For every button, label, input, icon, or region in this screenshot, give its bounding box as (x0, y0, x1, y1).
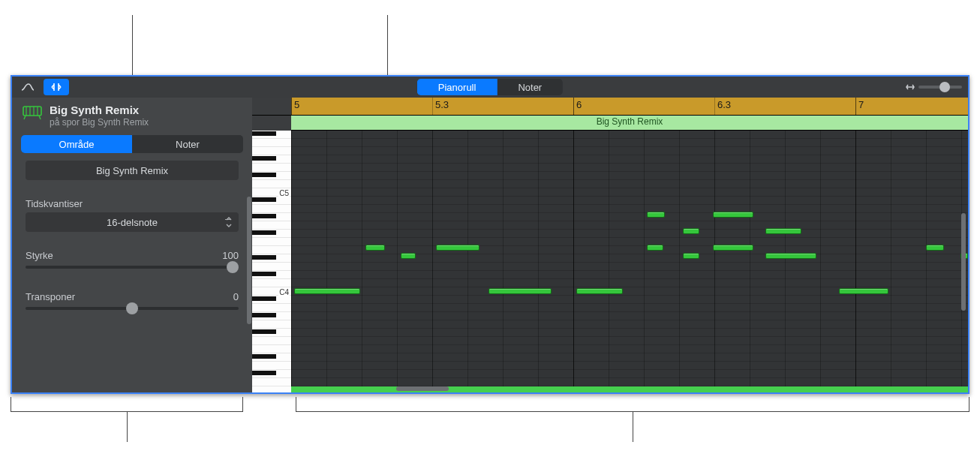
vertical-scrollbar-thumb[interactable] (961, 213, 966, 311)
region-strip-track[interactable]: Big Synth Remix (291, 116, 968, 131)
midi-note[interactable] (365, 245, 385, 251)
svg-line-6 (39, 116, 41, 119)
horizontal-zoom-control[interactable] (905, 82, 962, 92)
piano-roll-editor: Pianorull Noter (11, 75, 969, 394)
region-title: Big Synth Remix (50, 104, 149, 116)
octave-label: C5 (278, 189, 290, 197)
zoom-slider-thumb[interactable] (939, 82, 950, 92)
region-name-field[interactable]: Big Synth Remix (26, 161, 239, 180)
midi-note[interactable] (683, 253, 699, 259)
inspector-scrollbar-thumb[interactable] (247, 197, 251, 324)
ruler-label: 5 (294, 99, 299, 110)
inspector-scrollbar[interactable] (246, 107, 252, 383)
midi-note[interactable] (488, 288, 552, 294)
strength-label: Styrke (26, 250, 53, 261)
inspector-tab-region[interactable]: Område (21, 135, 132, 153)
tab-pianorull[interactable]: Pianorull (417, 79, 498, 95)
ruler-label: 6 (576, 99, 582, 110)
midi-region-icon (23, 104, 42, 120)
time-ruler[interactable]: 55.366.37 (252, 98, 968, 116)
quantize-select[interactable]: 16-delsnote (26, 212, 239, 232)
ruler-label: 6.3 (717, 99, 731, 110)
midi-note[interactable] (401, 253, 416, 259)
ruler-label: 5.3 (435, 99, 449, 110)
transpose-slider-thumb[interactable] (126, 302, 138, 314)
vertical-scrollbar[interactable] (960, 161, 966, 377)
midi-note[interactable] (683, 228, 699, 234)
midi-note[interactable] (713, 245, 753, 251)
region-strip: Big Synth Remix (252, 116, 968, 131)
ruler-label: 7 (858, 99, 864, 110)
midi-note[interactable] (765, 253, 816, 259)
region-header: Big Synth Remix på spor Big Synth Remix (12, 98, 252, 132)
zoom-horizontal-icon (905, 82, 915, 92)
transpose-label: Transponer (26, 291, 75, 302)
editor-top-bar: Pianorull Noter (12, 77, 968, 98)
zoom-slider-track[interactable] (918, 86, 962, 89)
strength-slider-thumb[interactable] (227, 261, 239, 273)
midi-note[interactable] (713, 212, 753, 218)
inspector-tab-notes[interactable]: Noter (132, 135, 243, 153)
horizontal-scrollbar[interactable] (336, 385, 953, 392)
midi-note[interactable] (647, 245, 663, 251)
piano-roll-area: 55.366.37 Big Synth Remix C5C4 (252, 98, 968, 392)
quantize-label-text: Tidskvantiser (26, 198, 83, 209)
quantize-value: 16-delsnote (107, 217, 158, 228)
strength-slider[interactable] (26, 266, 239, 269)
piano-keyboard[interactable]: C5C4 (252, 131, 291, 392)
transpose-slider[interactable] (26, 307, 239, 310)
transpose-value: 0 (233, 291, 239, 302)
midi-note[interactable] (436, 245, 479, 251)
midi-note[interactable] (765, 228, 801, 234)
catch-playhead-button[interactable] (44, 79, 69, 95)
midi-note[interactable] (576, 288, 623, 294)
select-stepper-icon (225, 215, 233, 229)
region-subtitle: på spor Big Synth Remix (50, 117, 149, 128)
octave-label: C4 (278, 288, 290, 296)
region-strip-label: Big Synth Remix (597, 116, 663, 127)
inspector-panel: Big Synth Remix på spor Big Synth Remix … (12, 98, 252, 392)
svg-line-5 (24, 116, 26, 119)
quantize-label: Tidskvantiser (26, 198, 239, 209)
automation-curve-button[interactable] (15, 79, 41, 95)
midi-note[interactable] (839, 288, 888, 294)
midi-note[interactable] (926, 245, 944, 251)
midi-note[interactable] (647, 212, 665, 218)
midi-note[interactable] (294, 288, 360, 294)
note-grid[interactable] (291, 131, 968, 392)
strength-value: 100 (222, 250, 239, 261)
view-mode-tabs: Pianorull Noter (417, 79, 563, 95)
horizontal-scrollbar-thumb[interactable] (396, 386, 449, 391)
tab-noter[interactable]: Noter (497, 79, 563, 95)
inspector-tabs: Område Noter (21, 135, 243, 153)
